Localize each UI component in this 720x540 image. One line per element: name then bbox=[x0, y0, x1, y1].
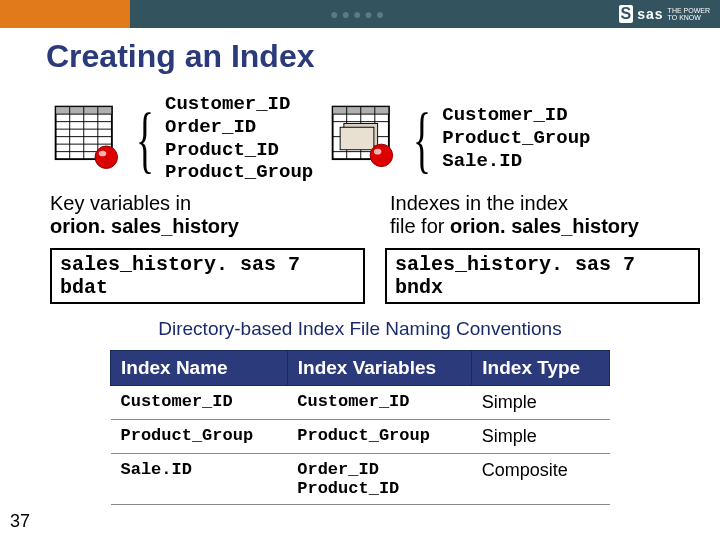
right-var-list: Customer_ID Product_Group Sale.ID bbox=[442, 104, 590, 172]
svg-point-23 bbox=[374, 149, 382, 155]
svg-point-10 bbox=[95, 146, 118, 169]
right-caption: Indexes in the index file for orion. sal… bbox=[390, 192, 700, 238]
decorative-dots: ●●●●● bbox=[330, 6, 387, 22]
tagline: THE POWER TO KNOW bbox=[668, 7, 710, 21]
th-index-type: Index Type bbox=[472, 351, 610, 386]
th-index-name: Index Name bbox=[111, 351, 288, 386]
table-row: Customer_ID Customer_ID Simple bbox=[111, 386, 610, 420]
th-index-vars: Index Variables bbox=[287, 351, 472, 386]
slide-title: Creating an Index bbox=[0, 28, 720, 93]
filename-row: sales_history. sas 7 bdat sales_history.… bbox=[0, 248, 720, 304]
s-icon: S bbox=[619, 5, 634, 23]
right-group: { Customer_ID Product_Group Sale.ID bbox=[327, 101, 590, 176]
brace-icon: { bbox=[136, 101, 154, 176]
filename-right: sales_history. sas 7 bndx bbox=[385, 248, 700, 304]
table-subtitle: Directory-based Index File Naming Conven… bbox=[0, 304, 720, 350]
svg-point-22 bbox=[370, 144, 393, 167]
table-row: Product_Group Product_Group Simple bbox=[111, 420, 610, 454]
captions-row: Key variables in orion. sales_history In… bbox=[0, 184, 720, 248]
index-icon bbox=[327, 101, 402, 176]
accent-bar bbox=[0, 0, 130, 28]
table-icon bbox=[50, 101, 125, 176]
filename-left: sales_history. sas 7 bdat bbox=[50, 248, 365, 304]
table-row: Sale.ID Order_ID Product_ID Composite bbox=[111, 454, 610, 505]
left-group: { Customer_ID Order_ID Product_ID Produc… bbox=[50, 93, 313, 184]
sas-text: sas bbox=[637, 6, 663, 22]
left-caption: Key variables in orion. sales_history bbox=[50, 192, 360, 238]
left-var-list: Customer_ID Order_ID Product_ID Product_… bbox=[165, 93, 313, 184]
page-number: 37 bbox=[10, 511, 30, 532]
svg-point-11 bbox=[99, 151, 107, 157]
svg-rect-21 bbox=[340, 127, 374, 150]
index-table: Index Name Index Variables Index Type Cu… bbox=[110, 350, 610, 505]
top-bar: ●●●●● S sas THE POWER TO KNOW bbox=[0, 0, 720, 28]
icons-row: { Customer_ID Order_ID Product_ID Produc… bbox=[0, 93, 720, 184]
brace-icon: { bbox=[413, 101, 431, 176]
sas-logo: S sas THE POWER TO KNOW bbox=[619, 5, 710, 23]
